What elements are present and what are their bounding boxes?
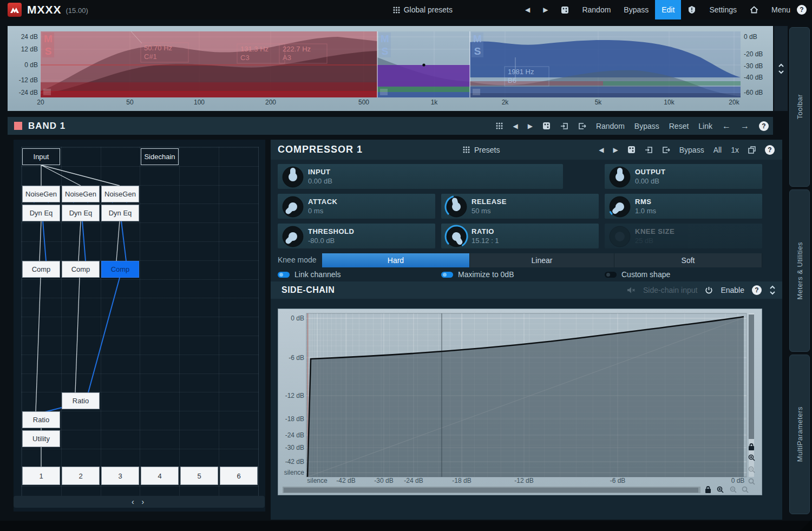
- power-icon[interactable]: [705, 286, 713, 294]
- matrix-slot-3[interactable]: 3: [101, 467, 139, 485]
- sidechain-input-label[interactable]: Side-chain input: [643, 286, 697, 294]
- menu-button[interactable]: Menu: [765, 5, 797, 14]
- home-icon[interactable]: [743, 6, 765, 14]
- band-mid-button[interactable]: M: [473, 33, 482, 44]
- zoom-reset-icon[interactable]: [743, 487, 749, 493]
- sidebar-tab-toolbar[interactable]: Toolbar: [789, 27, 810, 187]
- detach-window-icon[interactable]: [748, 146, 756, 154]
- attack-knob[interactable]: [281, 195, 305, 219]
- band-next-button[interactable]: ▶: [528, 122, 533, 130]
- zoom-in-icon[interactable]: [718, 487, 724, 493]
- matrix-node-dyneq[interactable]: Dyn Eq: [101, 205, 139, 221]
- transfer-curve-graph[interactable]: 0 dB-6 dB-12 dB-18 dB-24 dB-30 dB-42 dBs…: [278, 309, 762, 495]
- sidechain-enable-button[interactable]: Enable: [721, 286, 744, 294]
- matrix-node-noisegen[interactable]: NoiseGen: [101, 186, 139, 202]
- edit-button[interactable]: Edit: [655, 0, 681, 19]
- band-color-swatch[interactable]: [14, 122, 22, 130]
- rms-knob[interactable]: [608, 195, 632, 219]
- channels-all-button[interactable]: All: [713, 146, 722, 154]
- lock-icon[interactable]: [705, 487, 711, 493]
- matrix-node-comp[interactable]: Comp: [62, 261, 100, 278]
- matrix-slot-2[interactable]: 2: [62, 467, 100, 485]
- export-icon[interactable]: [578, 122, 586, 130]
- band-side-button[interactable]: S: [382, 45, 389, 57]
- import-icon[interactable]: [560, 122, 568, 130]
- comp-prev-button[interactable]: ◀: [599, 146, 604, 154]
- graph-hscrollbar-thumb[interactable]: [284, 488, 698, 493]
- matrix-node-comp-selected[interactable]: Comp: [101, 261, 139, 278]
- presets-button[interactable]: Presets: [474, 146, 500, 154]
- preset-prev-button[interactable]: ◀: [519, 6, 536, 14]
- export-icon[interactable]: [662, 146, 670, 154]
- maximize-0db-toggle[interactable]: Maximize to 0dB: [441, 270, 514, 279]
- matrix-node-ratio[interactable]: Ratio: [62, 392, 100, 409]
- comp-next-button[interactable]: ▶: [613, 146, 618, 154]
- band-bypass-button[interactable]: Bypass: [634, 122, 659, 130]
- preset-next-button[interactable]: ▶: [536, 6, 554, 14]
- sidebar-tab-meters-utilities[interactable]: Meters & Utilities: [789, 189, 810, 352]
- global-presets-button[interactable]: Global presets: [387, 5, 459, 14]
- grid-icon[interactable]: [496, 122, 503, 129]
- matrix-slot-5[interactable]: 5: [180, 467, 218, 485]
- band-link-button[interactable]: Link: [698, 122, 712, 130]
- spectrum-range-control[interactable]: [774, 26, 788, 111]
- matrix-node-utility[interactable]: Utility: [22, 430, 60, 447]
- matrix-slot-4[interactable]: 4: [141, 467, 179, 485]
- sidebar-tab-multiparameters[interactable]: MultiParameters: [789, 355, 810, 514]
- knee-option-hard[interactable]: Hard: [322, 253, 470, 267]
- matrix-slot-6[interactable]: 6: [220, 467, 258, 485]
- matrix-node-ratio[interactable]: Ratio: [22, 411, 60, 428]
- matrix-node-dyneq[interactable]: Dyn Eq: [62, 205, 100, 221]
- undo-icon[interactable]: ←: [722, 121, 731, 131]
- matrix-scrollbar[interactable]: ‹ ›: [14, 496, 265, 508]
- settings-button[interactable]: Settings: [703, 5, 743, 14]
- band-mid-button[interactable]: M: [381, 33, 389, 44]
- resize-handle[interactable]: [800, 519, 812, 531]
- band-random-button[interactable]: Random: [596, 122, 625, 130]
- zoom-reset-icon[interactable]: [749, 479, 755, 485]
- warning-icon[interactable]: [681, 5, 703, 14]
- band-mid-button[interactable]: M: [44, 33, 53, 44]
- output-knob[interactable]: [608, 165, 632, 189]
- knee-size-knob[interactable]: [608, 225, 632, 248]
- band-help-button[interactable]: ?: [759, 121, 769, 131]
- band-reset-button[interactable]: Reset: [669, 122, 689, 130]
- matrix-node-dyneq[interactable]: Dyn Eq: [22, 205, 60, 221]
- import-icon[interactable]: [645, 146, 653, 154]
- release-knob[interactable]: [444, 195, 468, 219]
- dice-icon[interactable]: [627, 146, 636, 154]
- band-prev-button[interactable]: ◀: [513, 122, 518, 130]
- matrix-node-input[interactable]: Input: [22, 148, 60, 165]
- comp-bypass-button[interactable]: Bypass: [679, 146, 704, 154]
- link-channels-toggle[interactable]: Link channels: [278, 270, 341, 279]
- comp-help-button[interactable]: ?: [765, 145, 775, 155]
- melda-logo-icon[interactable]: [8, 3, 22, 17]
- dice-icon[interactable]: [554, 6, 575, 14]
- matrix-slot-1[interactable]: 1: [22, 467, 60, 485]
- zoom-out-icon[interactable]: [731, 487, 737, 493]
- matrix-node-noisegen[interactable]: NoiseGen: [22, 186, 60, 202]
- randomize-button[interactable]: Random: [575, 5, 617, 14]
- band-side-button[interactable]: S: [474, 45, 481, 57]
- knee-option-soft[interactable]: Soft: [614, 253, 762, 267]
- knee-option-linear[interactable]: Linear: [470, 253, 614, 267]
- chevron-up-down-icon[interactable]: [769, 285, 776, 296]
- matrix-node-noisegen[interactable]: NoiseGen: [62, 186, 100, 202]
- spectrum-display[interactable]: MSMSMS 50.70 Hz C#1 131.3 Hz C3 222.7 Hz…: [8, 26, 773, 111]
- input-knob[interactable]: [281, 165, 305, 189]
- matrix-node-comp[interactable]: Comp: [22, 261, 60, 278]
- redo-icon[interactable]: →: [741, 121, 749, 131]
- custom-shape-toggle[interactable]: Custom shape: [605, 270, 670, 279]
- band-side-button[interactable]: S: [45, 45, 52, 57]
- graph-vscrollbar-thumb[interactable]: [749, 314, 754, 439]
- dice-icon[interactable]: [542, 122, 551, 130]
- threshold-knob[interactable]: [281, 225, 305, 248]
- ratio-knob[interactable]: [444, 225, 468, 248]
- matrix-node-sidechain[interactable]: Sidechain: [141, 148, 179, 165]
- help-button[interactable]: ?: [797, 5, 807, 15]
- graph-x-tick: silence: [307, 477, 328, 484]
- sidechain-help-button[interactable]: ?: [752, 285, 762, 295]
- oversampling-button[interactable]: 1x: [731, 146, 739, 154]
- bypass-button[interactable]: Bypass: [617, 5, 655, 14]
- speaker-muted-icon[interactable]: [627, 286, 636, 294]
